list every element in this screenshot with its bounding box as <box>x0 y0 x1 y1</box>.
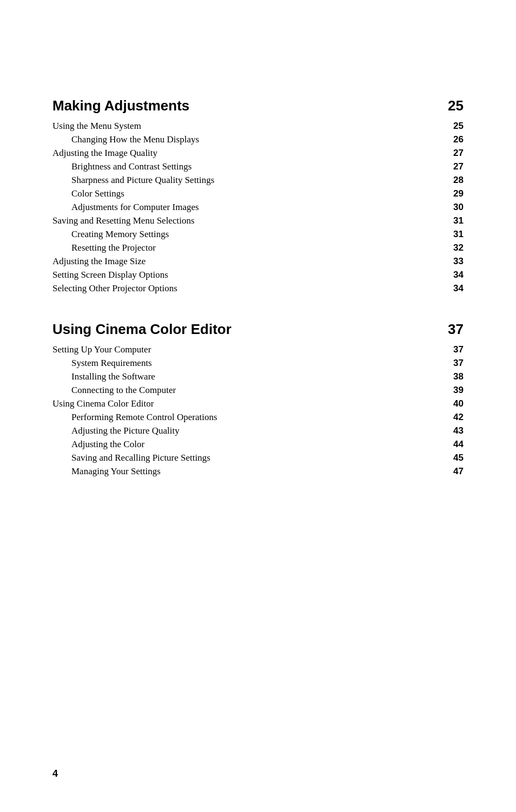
toc-entry-label: Adjusting the Image Size <box>52 256 447 267</box>
toc-entry-label: Using Cinema Color Editor <box>52 398 447 409</box>
toc-entry-page: 44 <box>447 439 464 450</box>
toc-entry-label: Sharpness and Picture Quality Settings <box>71 175 447 186</box>
toc-content: Making Adjustments25Using the Menu Syste… <box>52 97 464 477</box>
toc-entry: Saving and Resetting Menu Selections31 <box>52 215 464 226</box>
toc-entry-label: Selecting Other Projector Options <box>52 283 447 294</box>
toc-entry-page: 31 <box>447 229 464 240</box>
toc-entry: Adjusting the Picture Quality43 <box>52 425 464 436</box>
toc-entry: Adjustments for Computer Images30 <box>52 202 464 213</box>
toc-entry: Using the Menu System25 <box>52 121 464 132</box>
toc-entry-label: Creating Memory Settings <box>71 229 447 240</box>
toc-entry-page: 47 <box>447 466 464 477</box>
toc-entry-page: 45 <box>447 453 464 463</box>
toc-entry: Resetting the Projector32 <box>52 243 464 253</box>
toc-entry: Managing Your Settings47 <box>52 466 464 477</box>
section-using-cinema-color-editor: Using Cinema Color Editor37Setting Up Yo… <box>52 321 464 477</box>
section-title-page: 37 <box>448 321 464 338</box>
toc-entry-page: 25 <box>447 121 464 132</box>
section-title-page: 25 <box>448 97 464 114</box>
toc-entry-label: Adjusting the Picture Quality <box>71 425 447 436</box>
toc-entry-page: 38 <box>447 371 464 382</box>
toc-entry-label: Performing Remote Control Operations <box>71 412 447 423</box>
toc-entry-page: 27 <box>447 161 464 172</box>
toc-entry-label: Connecting to the Computer <box>71 385 447 396</box>
toc-entry-label: Adjustments for Computer Images <box>71 202 447 213</box>
page-number-footer: 4 <box>52 768 58 780</box>
toc-entry-page: 42 <box>447 412 464 423</box>
toc-entry-page: 33 <box>447 256 464 267</box>
toc-entry-label: Adjusting the Image Quality <box>52 148 447 159</box>
toc-entry-page: 34 <box>447 270 464 280</box>
toc-entry: Saving and Recalling Picture Settings45 <box>52 453 464 463</box>
toc-entry: Creating Memory Settings31 <box>52 229 464 240</box>
toc-entry: Connecting to the Computer39 <box>52 385 464 396</box>
toc-entry: Adjusting the Image Size33 <box>52 256 464 267</box>
toc-entry: Performing Remote Control Operations42 <box>52 412 464 423</box>
toc-entry-page: 31 <box>447 215 464 226</box>
toc-entry-label: Managing Your Settings <box>71 466 447 477</box>
toc-entry-label: Saving and Resetting Menu Selections <box>52 215 447 226</box>
section-making-adjustments: Making Adjustments25Using the Menu Syste… <box>52 97 464 294</box>
toc-entry-label: Changing How the Menu Displays <box>71 134 447 145</box>
toc-entry: Selecting Other Projector Options34 <box>52 283 464 294</box>
toc-entry-label: Setting Up Your Computer <box>52 344 447 355</box>
toc-entry-page: 40 <box>447 398 464 409</box>
page-container: Making Adjustments25Using the Menu Syste… <box>0 0 516 812</box>
toc-entry-page: 28 <box>447 175 464 186</box>
section-title-label: Making Adjustments <box>52 97 189 114</box>
toc-entry-page: 27 <box>447 148 464 159</box>
toc-entry: Adjusting the Image Quality27 <box>52 148 464 159</box>
toc-entry-label: Setting Screen Display Options <box>52 270 447 280</box>
toc-entry: Changing How the Menu Displays26 <box>52 134 464 145</box>
toc-entry-label: Color Settings <box>71 188 447 199</box>
toc-entry-page: 32 <box>447 243 464 253</box>
toc-entry-label: Installing the Software <box>71 371 447 382</box>
toc-entry: Setting Screen Display Options34 <box>52 270 464 280</box>
toc-entry-page: 37 <box>447 358 464 369</box>
toc-entry-label: Resetting the Projector <box>71 243 447 253</box>
toc-entry: Using Cinema Color Editor40 <box>52 398 464 409</box>
toc-entry: Setting Up Your Computer37 <box>52 344 464 355</box>
toc-entry-label: Using the Menu System <box>52 121 447 132</box>
toc-entry-page: 34 <box>447 283 464 294</box>
toc-entry-label: Saving and Recalling Picture Settings <box>71 453 447 463</box>
toc-entry: Installing the Software38 <box>52 371 464 382</box>
toc-entry-label: Brightness and Contrast Settings <box>71 161 447 172</box>
toc-entry-page: 43 <box>447 425 464 436</box>
toc-entry-label: System Requirements <box>71 358 447 369</box>
toc-entry-label: Adjusting the Color <box>71 439 447 450</box>
toc-entry-page: 39 <box>447 385 464 396</box>
toc-entry-page: 29 <box>447 188 464 199</box>
toc-entry: Sharpness and Picture Quality Settings28 <box>52 175 464 186</box>
toc-entry-page: 37 <box>447 344 464 355</box>
toc-entry: Adjusting the Color44 <box>52 439 464 450</box>
section-title-making-adjustments: Making Adjustments25 <box>52 97 464 114</box>
section-title-label: Using Cinema Color Editor <box>52 321 231 338</box>
toc-entry: System Requirements37 <box>52 358 464 369</box>
toc-entry-page: 30 <box>447 202 464 213</box>
toc-entry-page: 26 <box>447 134 464 145</box>
section-title-using-cinema-color-editor: Using Cinema Color Editor37 <box>52 321 464 338</box>
toc-entry: Brightness and Contrast Settings27 <box>52 161 464 172</box>
toc-entry: Color Settings29 <box>52 188 464 199</box>
